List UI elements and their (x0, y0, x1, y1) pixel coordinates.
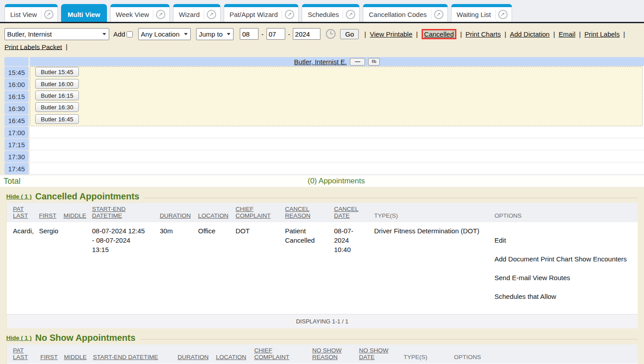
add-dictation-link[interactable]: Add Dictation (510, 30, 550, 38)
tab-pat-appt-wizard[interactable]: Pat/Appt Wizard ↗ (224, 4, 299, 22)
cell-types: Driver Fitness Determination (DOT) (374, 222, 495, 314)
col-noshow-date[interactable]: NO SHOW DATE (359, 344, 404, 364)
collapse-column-button[interactable]: — (350, 58, 365, 66)
date-separator: - (288, 30, 290, 38)
time-slot-label: 17:15 (4, 139, 29, 150)
col-cancel-reason[interactable]: CANCEL REASON (285, 203, 334, 222)
arrow-up-right-icon: ↗ (434, 10, 443, 19)
dropdown-caret-icon (227, 33, 230, 35)
col-types: TYPE(S) (404, 344, 454, 364)
cancelled-appointments-section: Hide ( 1 ) Cancelled Appointments PAT LA… (6, 191, 638, 328)
col-chief-complaint[interactable]: CHIEF COMPLAINT (254, 344, 312, 364)
print-labels-packet-link[interactable]: Print Labels Packet (4, 43, 62, 50)
open-new-window-button[interactable]: ↗ (431, 10, 446, 19)
tab-label: Wizard (179, 11, 204, 18)
col-middle[interactable]: MIDDLE (64, 344, 93, 364)
tab-cancellation-codes[interactable]: Cancellation Codes ↗ (363, 4, 447, 22)
provider-select[interactable]: Butler, Internist (4, 28, 109, 40)
slot-button-1600[interactable]: Butler 16:00 (35, 79, 79, 89)
tab-week-view[interactable]: Week View ↗ (110, 4, 170, 22)
jump-to-select[interactable]: Jump to (196, 28, 234, 40)
col-location[interactable]: LOCATION (216, 344, 254, 364)
print-labels-link[interactable]: Print Labels (584, 30, 619, 38)
col-duration[interactable]: DURATION (178, 344, 216, 364)
link-separator: | (66, 43, 67, 50)
open-new-window-button[interactable]: ↗ (282, 10, 297, 19)
location-select-value: Any Location (141, 28, 180, 40)
cancelled-appointments-table: PAT LAST FIRST MIDDLE START-END DATETIME… (6, 203, 638, 328)
col-pat-last[interactable]: PAT LAST (7, 203, 39, 222)
tab-waiting-list[interactable]: Waiting List ↗ (451, 4, 512, 22)
view-printable-link[interactable]: View Printable (370, 30, 413, 38)
total-row: Total (0) Appointments (0, 175, 644, 187)
hide-noshow-link[interactable]: Hide ( 1 ) (6, 335, 32, 341)
option-links-line[interactable]: Edit (495, 236, 635, 245)
tab-label: List View (10, 11, 41, 18)
grid-row-line (30, 162, 644, 174)
arrow-up-right-icon: ↗ (285, 10, 294, 19)
add-checkbox[interactable] (127, 31, 133, 37)
date-month-input[interactable] (240, 28, 258, 40)
email-link[interactable]: Email (558, 30, 575, 38)
col-duration[interactable]: DURATION (160, 203, 198, 222)
arrow-up-right-icon: ↗ (346, 10, 355, 19)
time-slot-label: 17:00 (4, 127, 29, 138)
option-links-line[interactable]: Send E-mail View Routes (495, 273, 635, 282)
col-start-end[interactable]: START-END DATETIME (92, 203, 160, 222)
section-rule (144, 198, 638, 198)
cancelled-appointment-row: Acardi, Sergio 08-07-2024 12:45 - 08-07-… (7, 222, 638, 314)
dropdown-caret-icon (184, 33, 188, 35)
location-select[interactable]: Any Location (138, 28, 191, 40)
col-noshow-reason[interactable]: NO SHOW REASON (312, 344, 359, 364)
provider-select-value: Butler, Internist (7, 28, 52, 40)
option-links-line[interactable]: Add Document Print Chart Show Encounters (495, 254, 635, 264)
cancelled-link[interactable]: Cancelled (422, 29, 457, 39)
toolbar: Butler, Internist Add Any Location Jump … (0, 23, 644, 54)
provider-header-link[interactable]: Butler, Internist E. (294, 58, 347, 66)
date-day-input[interactable] (267, 28, 285, 40)
dropdown-caret-icon (103, 33, 106, 35)
col-location[interactable]: LOCATION (198, 203, 236, 222)
col-start-end[interactable]: START-END DATETIME (93, 344, 178, 364)
open-new-window-button[interactable]: ↗ (343, 10, 358, 19)
tab-multi-view[interactable]: Multi View (61, 4, 107, 22)
slot-button-1545[interactable]: Butler 15:45 (35, 67, 79, 77)
tab-schedules[interactable]: Schedules ↗ (302, 4, 360, 22)
tab-list-view[interactable]: List View ↗ (4, 4, 58, 22)
tab-label: Multi View (68, 11, 100, 18)
col-chief-complaint[interactable]: CHIEF COMPLAINT (236, 203, 285, 222)
total-label: Total (0, 177, 29, 186)
open-new-window-button[interactable]: ↗ (204, 10, 219, 19)
slot-button-1615[interactable]: Butler 16:15 (35, 91, 79, 100)
open-new-window-button[interactable]: ↗ (495, 10, 510, 19)
cell-cancel-date: 08-07- 2024 10:40 (334, 222, 374, 314)
schedule-body: Butler 15:45 Butler 16:00 Butler 16:15 B… (30, 66, 644, 175)
front-back-button[interactable]: f/b (368, 58, 380, 66)
col-types: TYPE(S) (374, 203, 495, 222)
slot-button-1630[interactable]: Butler 16:30 (35, 102, 79, 112)
noshow-appointments-section: Hide ( 1 ) No Show Appointments PAT LAST… (6, 333, 638, 364)
date-year-input[interactable] (293, 28, 320, 40)
link-separator: | (416, 30, 418, 38)
grid-row-line (30, 126, 644, 138)
displaying-status: DISPLAYING 1-1 / 1 (7, 314, 638, 329)
schedule-grid: Butler, Internist E. — f/b 15:45 16:00 1… (0, 57, 644, 187)
slot-button-1645[interactable]: Butler 16:45 (35, 114, 79, 124)
date-separator: - (262, 30, 264, 38)
col-first[interactable]: FIRST (41, 344, 64, 364)
col-middle[interactable]: MIDDLE (64, 203, 92, 222)
total-appointments-count: (0) Appointments (29, 177, 644, 186)
tab-wizard[interactable]: Wizard ↗ (173, 4, 221, 22)
print-charts-link[interactable]: Print Charts (466, 30, 501, 38)
go-button[interactable]: Go (340, 29, 359, 39)
option-links-line[interactable]: Schedules that Allow (495, 292, 635, 301)
open-new-window-button[interactable]: ↗ (41, 10, 56, 19)
cell-pat-last: Acardi, (7, 222, 39, 314)
clock-icon[interactable] (326, 29, 336, 39)
col-cancel-date[interactable]: CANCEL DATE (334, 203, 374, 222)
col-options: OPTIONS (454, 344, 638, 364)
open-new-window-button[interactable]: ↗ (153, 10, 168, 19)
col-pat-last[interactable]: PAT LAST (7, 344, 41, 364)
col-first[interactable]: FIRST (39, 203, 64, 222)
hide-cancelled-link[interactable]: Hide ( 1 ) (6, 193, 32, 200)
